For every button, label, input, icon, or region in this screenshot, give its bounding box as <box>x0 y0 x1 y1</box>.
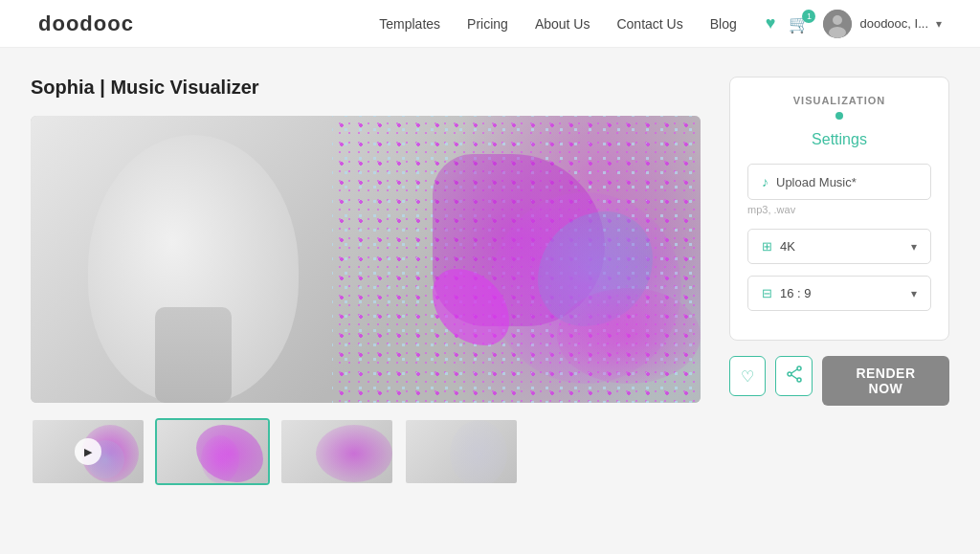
cart-badge: 1 <box>802 10 815 23</box>
figure-neck <box>155 307 232 403</box>
quality-label: 4K <box>780 239 795 254</box>
share-button[interactable] <box>775 356 812 396</box>
format-hint: mp3, .wav <box>747 204 931 215</box>
svg-point-5 <box>788 372 791 376</box>
share-svg <box>786 366 803 383</box>
thumb-3-splash-1 <box>316 425 392 482</box>
music-icon: ♪ <box>762 174 768 189</box>
thumbnail-3[interactable] <box>279 418 394 485</box>
ratio-icon: ⊟ <box>762 286 772 300</box>
action-row: ♡ RENDER NOW <box>729 356 949 406</box>
nav-templates[interactable]: Templates <box>379 16 440 32</box>
main-content: Sophia | Music Visualizer <box>11 48 969 514</box>
thumb-3-bg <box>281 420 392 483</box>
nav-contact[interactable]: Contact Us <box>616 16 682 32</box>
svg-point-2 <box>829 27 846 38</box>
user-menu-chevron: ▾ <box>936 17 942 31</box>
tab-dot <box>835 112 843 120</box>
ratio-label: 16 : 9 <box>780 286 812 300</box>
render-button[interactable]: RENDER NOW <box>822 356 949 406</box>
quality-icon: ⊞ <box>762 239 772 254</box>
heart-icon: ♥ <box>766 13 776 33</box>
quality-dropdown[interactable]: ⊞ 4K ▾ <box>747 229 931 264</box>
logo-text: doodooc <box>38 11 134 35</box>
header-actions: ♥ 🛒 1 doodooc, I... ▾ <box>766 10 942 38</box>
thumbnail-4[interactable] <box>404 418 519 485</box>
svg-line-6 <box>791 369 797 373</box>
avatar <box>823 10 852 38</box>
user-name: doodooc, I... <box>859 16 928 31</box>
settings-title: Settings <box>747 131 931 148</box>
splash-5 <box>557 288 701 384</box>
right-panel: VISUALIZATION Settings ♪ Upload Music* m… <box>729 77 949 485</box>
wishlist-button[interactable]: ♥ <box>766 13 776 33</box>
user-menu[interactable]: doodooc, I... ▾ <box>823 10 942 38</box>
quality-chevron-icon: ▾ <box>911 240 917 254</box>
thumbnail-2[interactable] <box>155 418 270 485</box>
header: doodooc Templates Pricing About Us Conta… <box>0 0 980 48</box>
share-icon <box>786 366 803 387</box>
visualization-card: VISUALIZATION Settings ♪ Upload Music* m… <box>729 77 949 341</box>
quality-dropdown-left: ⊞ 4K <box>762 239 795 254</box>
upload-music-label: Upload Music* <box>776 175 857 189</box>
favorite-button[interactable]: ♡ <box>729 356 766 396</box>
avatar-image <box>823 10 852 38</box>
nav-blog[interactable]: Blog <box>710 16 737 32</box>
svg-point-1 <box>833 15 842 25</box>
nav: Templates Pricing About Us Contact Us Bl… <box>379 16 736 32</box>
logo[interactable]: doodooc <box>38 11 134 36</box>
thumb-4-splash-1 <box>450 420 507 485</box>
svg-point-4 <box>797 378 801 382</box>
main-image-bg <box>31 116 701 403</box>
viz-tab-label: VISUALIZATION <box>747 95 931 106</box>
svg-line-7 <box>791 375 797 379</box>
nav-about[interactable]: About Us <box>535 16 590 32</box>
thumb-4-bg <box>406 420 517 483</box>
ratio-dropdown[interactable]: ⊟ 16 : 9 ▾ <box>747 276 931 311</box>
nav-pricing[interactable]: Pricing <box>467 16 508 32</box>
render-label: RENDER NOW <box>856 366 915 396</box>
viz-tab-indicator <box>747 112 931 120</box>
left-panel: Sophia | Music Visualizer <box>31 77 701 485</box>
ratio-chevron-icon: ▾ <box>911 287 917 300</box>
play-button[interactable]: ▶ <box>75 438 101 465</box>
ratio-dropdown-left: ⊟ 16 : 9 <box>762 286 812 300</box>
thumb-2-splash-2 <box>201 435 239 483</box>
page-title: Sophia | Music Visualizer <box>31 77 701 99</box>
upload-music-button[interactable]: ♪ Upload Music* <box>747 164 931 200</box>
thumbnails: ▶ <box>31 418 701 485</box>
thumb-2-bg <box>157 420 268 483</box>
main-image-container <box>31 116 701 403</box>
heart-outline-icon: ♡ <box>741 367 754 386</box>
thumbnail-1[interactable]: ▶ <box>31 418 145 485</box>
cart-button[interactable]: 🛒 1 <box>789 13 810 34</box>
svg-point-3 <box>797 366 801 370</box>
